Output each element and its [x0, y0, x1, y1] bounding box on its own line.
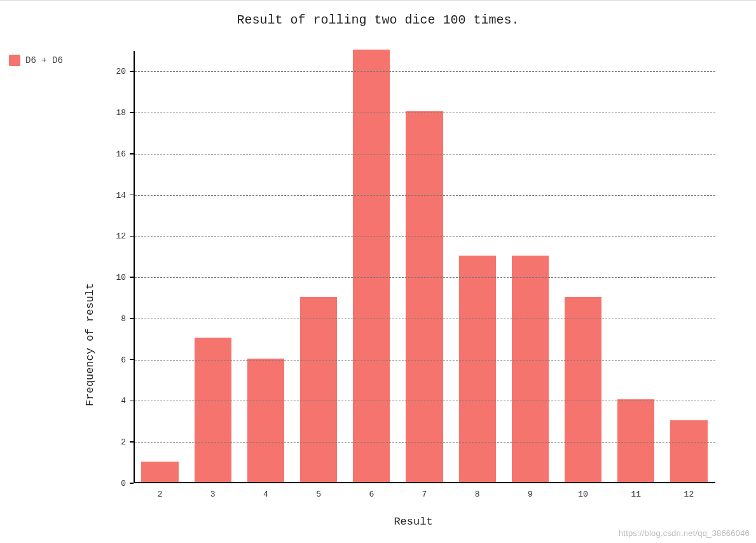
y-tick-mark [130, 195, 134, 196]
y-tick-label: 4 [111, 396, 126, 406]
legend[interactable]: D6 + D6 [9, 55, 63, 66]
y-tick-mark [130, 401, 134, 402]
y-tick-label: 16 [111, 149, 126, 158]
x-tick-label: 10 [578, 490, 588, 499]
x-tick-label: 12 [684, 490, 694, 499]
y-tick-mark [130, 71, 134, 72]
bar[interactable] [459, 256, 496, 482]
x-axis-label: Result [92, 516, 734, 528]
bar[interactable] [565, 297, 601, 482]
y-tick-label: 14 [111, 190, 126, 200]
gridline [135, 195, 715, 196]
y-tick-mark [130, 236, 134, 237]
y-tick-label: 2 [111, 437, 126, 447]
y-tick-mark [130, 318, 134, 319]
legend-swatch [9, 55, 20, 66]
gridline [135, 71, 715, 72]
bar[interactable] [353, 50, 390, 482]
y-tick-mark [130, 153, 134, 155]
y-tick-label: 0 [111, 479, 126, 488]
y-tick-mark [130, 359, 134, 361]
y-tick-label: 6 [111, 355, 126, 364]
chart: Frequency of result Result 0246810121416… [92, 38, 734, 528]
x-tick-label: 11 [631, 490, 641, 499]
x-tick-label: 8 [475, 490, 480, 499]
bar[interactable] [247, 359, 284, 482]
y-tick-label: 12 [111, 231, 126, 241]
x-tick-label: 4 [263, 490, 268, 499]
x-tick-label: 2 [158, 490, 163, 499]
gridline [135, 360, 715, 361]
bars-container [134, 51, 715, 483]
gridline [135, 442, 715, 443]
chart-title: Result of rolling two dice 100 times. [0, 13, 756, 27]
watermark-text: https://blog.csdn.net/qq_38666046 [619, 528, 750, 538]
y-tick-mark [130, 483, 134, 484]
gridline [135, 319, 715, 319]
gridline [135, 401, 715, 401]
bar[interactable] [512, 256, 549, 482]
y-tick-label: 20 [111, 67, 126, 76]
x-tick-label: 9 [528, 490, 533, 499]
x-tick-label: 5 [316, 490, 321, 499]
y-tick-label: 18 [111, 108, 126, 118]
gridline [135, 154, 715, 155]
gridline [135, 113, 715, 113]
gridline [135, 277, 715, 278]
x-tick-label: 3 [210, 490, 216, 499]
y-tick-label: 8 [111, 313, 126, 323]
x-tick-label: 6 [369, 490, 374, 499]
bar[interactable] [300, 297, 337, 482]
y-tick-mark [130, 112, 134, 113]
plot-area[interactable]: 0246810121416182023456789101112 [134, 51, 715, 483]
bar[interactable] [670, 420, 707, 482]
legend-label: D6 + D6 [25, 55, 63, 65]
gridline [135, 236, 715, 237]
top-divider [0, 0, 756, 1]
y-tick-mark [130, 277, 134, 278]
bar[interactable] [141, 462, 178, 482]
y-tick-mark [130, 441, 134, 443]
bar[interactable] [617, 399, 654, 482]
y-axis-label: Frequency of result [84, 283, 96, 406]
bar[interactable] [406, 111, 443, 482]
x-tick-label: 7 [422, 490, 427, 499]
y-tick-label: 10 [111, 273, 126, 282]
